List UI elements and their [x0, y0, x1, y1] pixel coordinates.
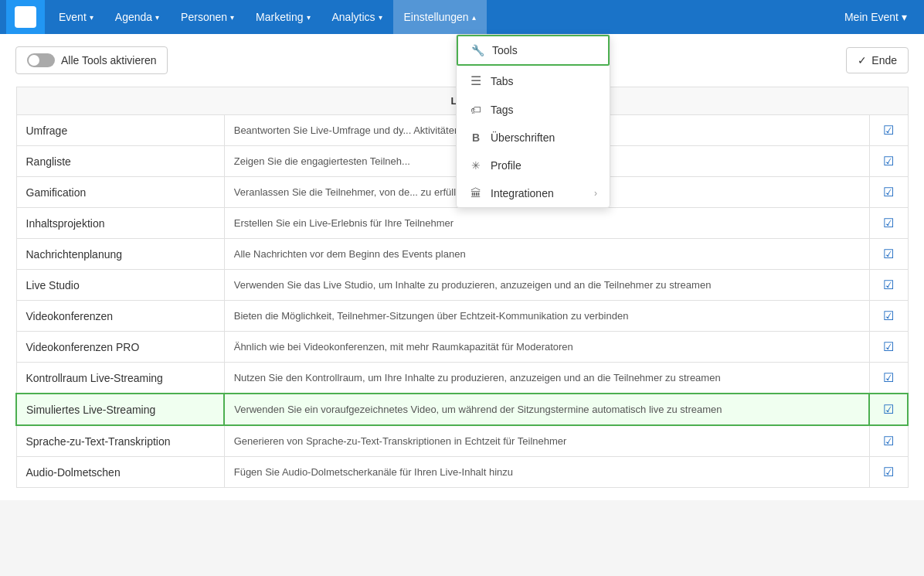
integrationen-arrow: › — [594, 188, 597, 199]
nav-einstellungen-label: Einstellungen — [404, 11, 469, 23]
nav-marketing-label: Marketing — [256, 11, 303, 23]
nav-analytics-chevron: ▾ — [379, 13, 382, 22]
tool-checkbox-live-studio[interactable]: ☑ — [869, 270, 908, 301]
end-checkmark: ✓ — [858, 54, 867, 66]
table-row: Kontrollraum Live-Streaming Nutzen Sie d… — [16, 363, 908, 394]
end-label: Ende — [871, 54, 897, 66]
nav-event-label: Event — [59, 11, 87, 23]
nav-item-event[interactable]: Event ▾ — [48, 0, 104, 34]
dropdown-tags-label: Tags — [491, 104, 514, 116]
tool-desc-live-studio: Verwenden Sie das Live Studio, um Inhalt… — [224, 270, 869, 301]
dropdown-item-ueberschriften[interactable]: B Überschriften — [457, 124, 610, 152]
dropdown-item-tabs[interactable]: ☰ Tabs — [457, 66, 610, 96]
nav-mein-event-chevron: ▾ — [902, 11, 907, 23]
dropdown-tabs-label: Tabs — [491, 75, 514, 87]
nav-einstellungen-chevron: ▴ — [472, 13, 476, 22]
nav-item-einstellungen[interactable]: Einstellungen ▴ — [393, 0, 487, 34]
tool-name-videokonferenzen: Videokonferenzen — [16, 301, 224, 332]
toggle-all-tools-label: Alle Tools aktivieren — [61, 54, 156, 66]
tool-name-kontrollraum: Kontrollraum Live-Streaming — [16, 363, 224, 394]
nav-item-agenda[interactable]: Agenda ▾ — [104, 0, 170, 34]
tool-checkbox-sprache[interactable]: ☑ — [869, 425, 908, 457]
dropdown-item-integrationen[interactable]: 🏛 Integrationen › — [457, 179, 610, 207]
tool-name-inhaltsprojektion: Inhaltsprojektion — [16, 208, 224, 239]
tool-desc-sprache: Generieren von Sprache-zu-Text-Transkrip… — [224, 425, 869, 457]
tool-name-live-studio: Live Studio — [16, 270, 224, 301]
tools-icon: 🔧 — [470, 44, 484, 56]
table-row: Audio-Dolmetschen Fügen Sie Audio-Dolmet… — [16, 457, 908, 488]
toggle-icon — [27, 53, 55, 67]
nav-marketing-chevron: ▾ — [307, 13, 311, 22]
end-button[interactable]: ✓ Ende — [846, 47, 909, 73]
nav-personen-chevron: ▾ — [230, 13, 234, 22]
tool-checkbox-videokonferenzen-pro[interactable]: ☑ — [869, 332, 908, 363]
tool-desc-videokonferenzen-pro: Ähnlich wie bei Videokonferenzen, mit me… — [224, 332, 869, 363]
logo-icon — [15, 6, 36, 28]
ueberschriften-icon: B — [469, 131, 483, 144]
nav-item-marketing[interactable]: Marketing ▾ — [245, 0, 321, 34]
tool-desc-nachrichtenplanung: Alle Nachrichten vor dem Beginn des Even… — [224, 239, 869, 270]
table-row: Inhaltsprojektion Erstellen Sie ein Live… — [16, 208, 908, 239]
tool-desc-simuliertes: Verwenden Sie ein voraufgezeichnetes Vid… — [224, 394, 869, 425]
tool-name-gamification: Gamification — [16, 177, 224, 208]
settings-dropdown: 🔧 Tools ☰ Tabs 🏷 Tags B Überschriften ✳ … — [456, 34, 610, 208]
tool-name-videokonferenzen-pro: Videokonferenzen PRO — [16, 332, 224, 363]
top-navigation: Event ▾ Agenda ▾ Personen ▾ Marketing ▾ … — [0, 0, 924, 34]
tool-checkbox-audio[interactable]: ☑ — [869, 457, 908, 488]
tool-desc-videokonferenzen: Bieten die Möglichkeit, Teilnehmer-Sitzu… — [224, 301, 869, 332]
nav-item-personen[interactable]: Personen ▾ — [170, 0, 245, 34]
dropdown-item-tools[interactable]: 🔧 Tools — [457, 35, 610, 66]
nav-analytics-label: Analytics — [332, 11, 375, 23]
tool-name-nachrichtenplanung: Nachrichtenplanung — [16, 239, 224, 270]
nav-item-analytics[interactable]: Analytics ▾ — [321, 0, 393, 34]
table-row: Videokonferenzen PRO Ähnlich wie bei Vid… — [16, 332, 908, 363]
tool-checkbox-umfrage[interactable]: ☑ — [869, 115, 908, 146]
dropdown-menu: 🔧 Tools ☰ Tabs 🏷 Tags B Überschriften ✳ … — [456, 34, 610, 208]
toggle-all-tools-button[interactable]: Alle Tools aktivieren — [15, 46, 168, 74]
nav-mein-event-label: Mein Event — [844, 11, 899, 23]
table-row: Videokonferenzen Bieten die Möglichkeit,… — [16, 301, 908, 332]
tool-checkbox-gamification[interactable]: ☑ — [869, 177, 908, 208]
main-content: Alle Tools aktivieren ✓ Ende LIVE Umfrag… — [0, 34, 924, 500]
tool-name-rangliste: Rangliste — [16, 146, 224, 177]
tool-checkbox-nachrichtenplanung[interactable]: ☑ — [869, 239, 908, 270]
table-row: Nachrichtenplanung Alle Nachrichten vor … — [16, 239, 908, 270]
table-row: Live Studio Verwenden Sie das Live Studi… — [16, 270, 908, 301]
tool-name-sprache: Sprache-zu-Text-Transkription — [16, 425, 224, 457]
tool-name-umfrage: Umfrage — [16, 115, 224, 146]
tool-checkbox-kontrollraum[interactable]: ☑ — [869, 363, 908, 394]
tool-desc-inhaltsprojektion: Erstellen Sie ein Live-Erlebnis für Ihre… — [224, 208, 869, 239]
nav-agenda-chevron: ▾ — [155, 13, 159, 22]
integrationen-icon: 🏛 — [469, 187, 483, 199]
nav-event-chevron: ▾ — [90, 13, 93, 22]
tabs-icon: ☰ — [469, 73, 483, 88]
tags-icon: 🏷 — [469, 104, 483, 116]
profile-icon: ✳ — [469, 159, 483, 172]
dropdown-ueberschriften-label: Überschriften — [491, 131, 555, 144]
tool-checkbox-rangliste[interactable]: ☑ — [869, 146, 908, 177]
dropdown-item-tags[interactable]: 🏷 Tags — [457, 96, 610, 124]
dropdown-profile-label: Profile — [491, 159, 521, 172]
logo[interactable] — [6, 0, 45, 34]
tool-desc-kontrollraum: Nutzen Sie den Kontrollraum, um Ihre Inh… — [224, 363, 869, 394]
dropdown-integrationen-label: Integrationen — [491, 187, 554, 199]
nav-personen-label: Personen — [181, 11, 227, 23]
tool-checkbox-inhaltsprojektion[interactable]: ☑ — [869, 208, 908, 239]
dropdown-tools-label: Tools — [492, 44, 518, 56]
tool-desc-audio: Fügen Sie Audio-Dolmetscherkanäle für Ih… — [224, 457, 869, 488]
dropdown-item-profile[interactable]: ✳ Profile — [457, 152, 610, 179]
tool-name-simuliertes: Simuliertes Live-Streaming — [16, 394, 224, 425]
table-row: Sprache-zu-Text-Transkription Generieren… — [16, 425, 908, 457]
table-row-highlighted: Simuliertes Live-Streaming Verwenden Sie… — [16, 394, 908, 425]
tool-checkbox-videokonferenzen[interactable]: ☑ — [869, 301, 908, 332]
nav-agenda-label: Agenda — [115, 11, 152, 23]
tool-name-audio: Audio-Dolmetschen — [16, 457, 224, 488]
tool-checkbox-simuliertes[interactable]: ☑ — [869, 394, 908, 425]
nav-mein-event[interactable]: Mein Event ▾ — [834, 0, 918, 34]
